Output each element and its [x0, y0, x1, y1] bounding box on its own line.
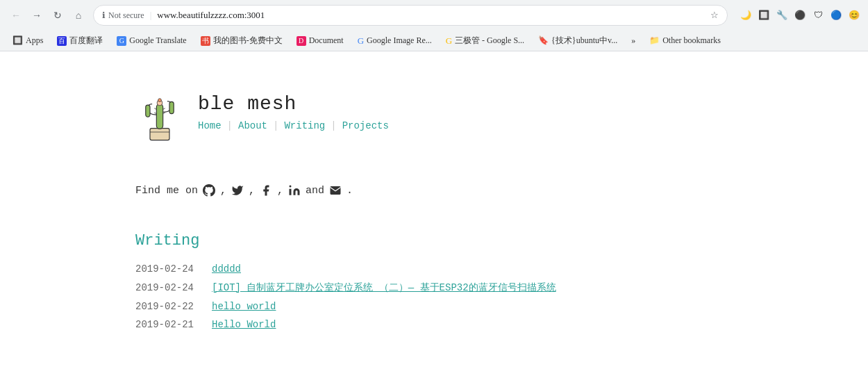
- bookmark-more-label: »: [631, 35, 635, 46]
- bookmark-tripod[interactable]: G 三极管 - Google S...: [440, 33, 530, 48]
- browser-chrome: ← → ↻ ⌂ ℹ Not secure | www.beautifulzzzz…: [0, 0, 868, 51]
- bookmark-apps[interactable]: 🔲 Apps: [7, 34, 49, 47]
- post-list: 2019-02-24 ddddd 2019-02-24 [IOT] 自制蓝牙工牌…: [135, 263, 733, 330]
- bookmark-tripod-icon: G: [446, 35, 452, 47]
- post-link-4[interactable]: Hello World: [212, 319, 276, 330]
- comma-2: ,: [249, 185, 255, 197]
- post-link-2[interactable]: [IOT] 自制蓝牙工牌办公室定位系统 （二）— 基于ESP32的蓝牙信号扫描系…: [212, 281, 556, 294]
- forward-button[interactable]: →: [28, 6, 46, 24]
- email-icon[interactable]: [328, 183, 342, 197]
- facebook-icon[interactable]: [259, 183, 273, 197]
- svg-rect-2: [156, 104, 162, 129]
- ext-6[interactable]: 😊: [847, 8, 861, 22]
- bookmark-baidu-icon: 百: [57, 36, 67, 46]
- post-date-2: 2019-02-24: [135, 282, 198, 293]
- ext-4[interactable]: 🛡: [811, 8, 825, 22]
- svg-rect-0: [150, 129, 169, 140]
- bookmark-tripod-label: 三极管 - Google S...: [455, 35, 524, 47]
- post-item-2: 2019-02-24 [IOT] 自制蓝牙工牌办公室定位系统 （二）— 基于ES…: [135, 281, 733, 294]
- page-content: ble mesh Home | About | Writing | Projec…: [122, 51, 746, 365]
- address-divider: |: [150, 10, 152, 21]
- writing-section-title: Writing: [135, 232, 733, 250]
- bookmark-ubuntu-icon: 🔖: [538, 35, 549, 46]
- site-nav: Home | About | Writing | Projects: [198, 120, 389, 131]
- bookmark-more[interactable]: »: [626, 34, 641, 47]
- svg-rect-4: [169, 101, 174, 113]
- nav-projects[interactable]: Projects: [342, 120, 389, 131]
- bookmark-books-label: 我的图书-免费中文: [213, 35, 283, 47]
- nav-home[interactable]: Home: [198, 120, 222, 131]
- secure-label: Not secure: [108, 10, 144, 21]
- writing-section: Writing 2019-02-24 ddddd 2019-02-24 [IOT…: [135, 232, 733, 330]
- back-button[interactable]: ←: [7, 6, 25, 24]
- ext-3[interactable]: ⚫: [793, 8, 807, 22]
- bookmark-ubuntu[interactable]: 🔖 {技术}ubuntu中v...: [533, 33, 623, 48]
- comma-1: ,: [220, 185, 226, 197]
- address-bar[interactable]: ℹ Not secure | www.beautifulzzzz.com:300…: [93, 5, 728, 26]
- bookmark-document[interactable]: D Document: [291, 34, 349, 47]
- and-label: and: [306, 185, 324, 197]
- nav-buttons: ← → ↻ ⌂: [7, 6, 87, 24]
- url-text: www.beautifulzzzz.com:3001: [157, 10, 265, 21]
- bookmark-other[interactable]: 📁 Other bookmarks: [644, 34, 726, 47]
- nav-sep-2: |: [273, 120, 278, 131]
- post-link-1[interactable]: ddddd: [212, 263, 241, 275]
- secure-info: ℹ Not secure: [102, 10, 144, 21]
- bookmark-star[interactable]: ☆: [710, 10, 719, 21]
- info-icon: ℹ: [102, 10, 106, 21]
- svg-point-11: [290, 186, 292, 188]
- bookmark-google-image-icon: G: [358, 35, 364, 47]
- browser-extensions: 🌙 🔲 🔧 ⚫ 🛡 🔵 😊: [739, 8, 861, 22]
- bookmark-books-icon: 书: [201, 36, 210, 46]
- bookmark-other-label: Other bookmarks: [662, 35, 721, 46]
- bookmark-ubuntu-label: {技术}ubuntu中v...: [551, 35, 617, 47]
- social-section: Find me on , , , and: [135, 183, 733, 197]
- ext-2[interactable]: 🔧: [775, 8, 789, 22]
- social-prefix: Find me on: [135, 185, 198, 197]
- post-link-3[interactable]: hello world: [212, 301, 276, 312]
- bookmark-other-icon: 📁: [649, 35, 660, 46]
- bookmark-document-label: Document: [309, 35, 344, 46]
- post-item-3: 2019-02-22 hello world: [135, 301, 733, 312]
- nav-sep-3: |: [331, 120, 336, 131]
- bookmark-books[interactable]: 书 我的图书-免费中文: [195, 33, 288, 48]
- bookmark-document-icon: D: [297, 36, 306, 46]
- nav-sep-1: |: [227, 120, 233, 131]
- site-header: ble mesh Home | About | Writing | Projec…: [135, 93, 733, 142]
- site-title: ble mesh: [198, 93, 389, 115]
- post-date-4: 2019-02-21: [135, 319, 198, 330]
- twitter-icon[interactable]: [231, 183, 244, 197]
- bookmark-baidu[interactable]: 百 百度翻译: [51, 33, 108, 48]
- site-title-area: ble mesh Home | About | Writing | Projec…: [198, 93, 389, 131]
- ext-dark-mode[interactable]: 🌙: [739, 8, 753, 22]
- ext-1[interactable]: 🔲: [757, 8, 771, 22]
- bookmark-google-image-label: Google Image Re...: [367, 35, 432, 46]
- bookmark-apps-icon: 🔲: [12, 35, 23, 46]
- reload-button[interactable]: ↻: [49, 6, 67, 24]
- linkedin-icon[interactable]: [287, 183, 301, 197]
- svg-point-10: [158, 99, 162, 102]
- post-item-1: 2019-02-24 ddddd: [135, 263, 733, 275]
- home-button[interactable]: ⌂: [69, 6, 87, 24]
- post-item-4: 2019-02-21 Hello World: [135, 319, 733, 330]
- browser-toolbar: ← → ↻ ⌂ ℹ Not secure | www.beautifulzzzz…: [0, 0, 868, 31]
- bookmark-google-image[interactable]: G Google Image Re...: [352, 34, 437, 48]
- comma-3: ,: [277, 185, 283, 197]
- nav-about[interactable]: About: [238, 120, 267, 131]
- nav-writing[interactable]: Writing: [284, 120, 325, 131]
- bookmark-google-translate-label: Google Translate: [129, 35, 186, 46]
- bookmarks-bar: 🔲 Apps 百 百度翻译 G Google Translate 书 我的图书-…: [0, 31, 868, 51]
- bookmark-google-translate[interactable]: G Google Translate: [111, 34, 192, 47]
- github-icon[interactable]: [202, 183, 216, 197]
- post-date-1: 2019-02-24: [135, 263, 198, 275]
- bookmark-google-translate-icon: G: [117, 36, 126, 46]
- bookmark-baidu-label: 百度翻译: [69, 35, 103, 47]
- site-logo: [135, 93, 184, 142]
- svg-rect-3: [146, 105, 150, 117]
- bookmark-apps-label: Apps: [26, 35, 43, 46]
- ext-5[interactable]: 🔵: [829, 8, 843, 22]
- social-suffix: .: [347, 185, 353, 197]
- post-date-3: 2019-02-22: [135, 301, 198, 312]
